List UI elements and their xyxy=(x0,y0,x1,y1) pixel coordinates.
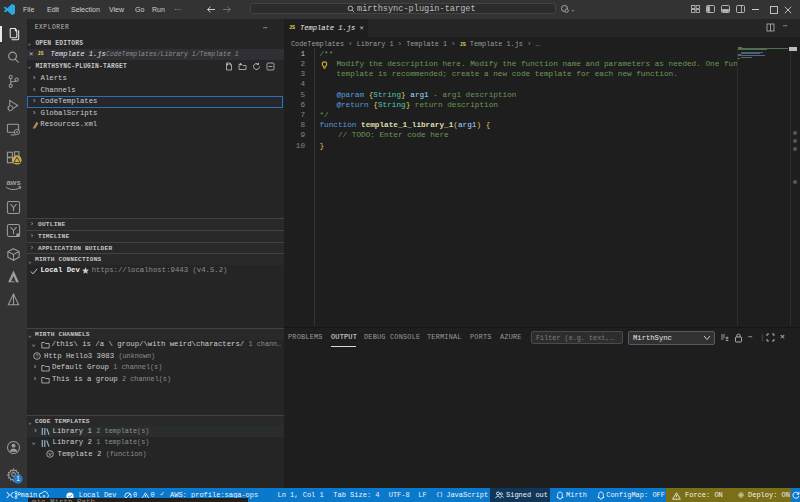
svg-text:1: 1 xyxy=(16,475,20,482)
svg-text:?: ? xyxy=(35,354,38,359)
